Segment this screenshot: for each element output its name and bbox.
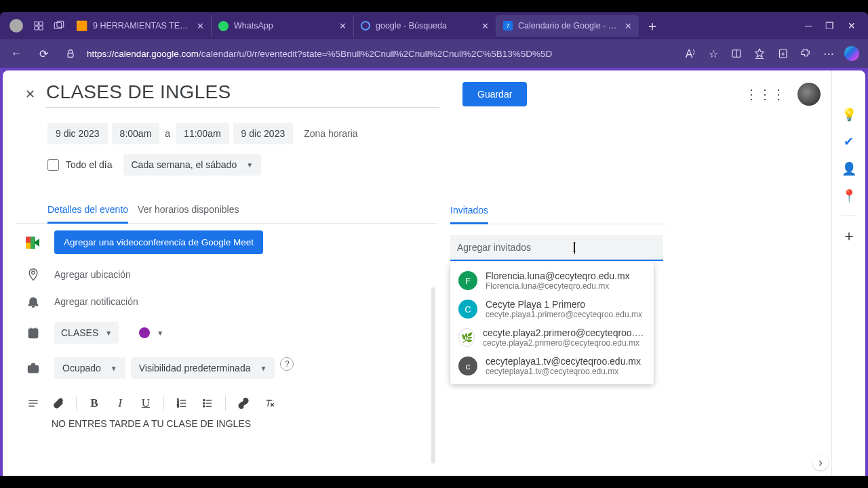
svg-point-32 (203, 405, 205, 407)
tab-favicon (361, 21, 370, 30)
close-editor-button[interactable]: ✕ (16, 87, 43, 102)
more-menu-icon[interactable]: ⋯ (818, 43, 840, 64)
collections-icon[interactable] (772, 43, 793, 64)
browser-tab[interactable]: 🟧 9 HERRAMIENTAS TECNOLÓGIC ✕ (69, 15, 212, 37)
suggestion-name: Cecyte Playa 1 Primero (486, 299, 642, 310)
tab-event-details[interactable]: Detalles del evento (47, 204, 128, 224)
svg-point-31 (203, 403, 205, 404)
underline-button[interactable]: U (138, 395, 154, 411)
minimize-button[interactable]: ─ (805, 20, 812, 31)
svg-rect-2 (35, 26, 38, 30)
chevron-down-icon: ▼ (260, 365, 267, 372)
tab-label: Calendario de Google - Detalles (518, 21, 619, 30)
location-input[interactable]: Agregar ubicación (54, 269, 131, 280)
tab-find-time[interactable]: Ver horarios disponibles (138, 204, 239, 223)
description-text[interactable]: NO ENTRES TARDE A TU CLASE DE INGLES (52, 418, 437, 476)
browser-window: 🟧 9 HERRAMIENTAS TECNOLÓGIC ✕ WhatsApp ✕… (0, 12, 868, 476)
date-time-row: 9 dic 2023 8:00am a 11:00am 9 dic 2023 Z… (47, 123, 831, 144)
tab-actions-icon[interactable] (53, 20, 65, 32)
attach-icon[interactable] (50, 395, 66, 411)
numbered-list-button[interactable]: 123 (174, 395, 190, 411)
back-button[interactable]: ← (5, 43, 27, 64)
event-title-input[interactable] (46, 80, 439, 108)
suggestion-item[interactable]: 🌿 cecyte.playa2.primero@cecyteqroo.ed...… (450, 323, 654, 352)
apps-grid-icon[interactable]: ⋮⋮⋮ (745, 86, 785, 102)
italic-button[interactable]: I (112, 395, 128, 411)
address-bar: ← ⟳ https://calendar.google.com/calendar… (0, 39, 868, 68)
svg-rect-13 (28, 329, 37, 338)
add-guests-input[interactable] (450, 235, 663, 261)
expand-side-panel-button[interactable]: › (812, 454, 829, 470)
keep-icon[interactable]: 💡 (842, 107, 856, 122)
workspaces-icon[interactable] (33, 20, 45, 32)
avatar-icon: C (458, 300, 477, 319)
extensions-icon[interactable] (795, 43, 816, 64)
site-lock-icon[interactable] (60, 43, 81, 64)
close-icon[interactable]: ✕ (197, 21, 204, 31)
close-icon[interactable]: ✕ (625, 21, 632, 31)
tab-label: google - Búsqueda (376, 21, 476, 30)
help-icon[interactable]: ? (280, 357, 294, 371)
color-dot (139, 327, 150, 338)
browser-tab-active[interactable]: 7 Calendario de Google - Detalles ✕ (496, 15, 639, 37)
suggestion-item[interactable]: F Florencia.luna@cecyteqro.edu.mxFlorenc… (450, 266, 654, 295)
split-icon[interactable] (726, 43, 747, 64)
recurrence-select[interactable]: Cada semana, el sábado ▼ (123, 154, 262, 176)
svg-text:3: 3 (177, 405, 179, 408)
availability-select[interactable]: Ocupado▼ (54, 357, 125, 379)
close-icon[interactable]: ✕ (339, 21, 347, 31)
tasks-icon[interactable]: ✔︎ (842, 134, 856, 149)
color-select[interactable]: ▼ (132, 322, 170, 344)
start-date[interactable]: 9 dic 2023 (47, 123, 108, 144)
user-avatar[interactable] (797, 83, 821, 106)
maximize-button[interactable]: ❐ (825, 20, 834, 31)
profile-avatar-icon[interactable] (9, 19, 23, 33)
link-button[interactable] (235, 395, 252, 411)
read-aloud-icon[interactable]: A⁾ (679, 43, 701, 64)
svg-rect-5 (57, 21, 64, 27)
all-day-checkbox[interactable] (47, 159, 59, 171)
add-addon-button[interactable]: ＋ (842, 228, 856, 243)
copilot-icon[interactable] (841, 43, 863, 64)
close-icon[interactable]: ✕ (481, 21, 489, 31)
contacts-icon[interactable]: 👤 (842, 161, 856, 176)
calendar-select[interactable]: CLASES▼ (54, 322, 119, 344)
timezone-link[interactable]: Zona horaria (304, 128, 357, 139)
notification-icon (26, 295, 41, 308)
add-meet-button[interactable]: Agregar una videoconferencia de Google M… (54, 230, 263, 254)
end-time[interactable]: 11:00am (176, 123, 229, 144)
url-text[interactable]: https://calendar.google.com/calendar/u/0… (87, 49, 674, 59)
suggestion-item[interactable]: c cecyteplaya1.tv@cecyteqroo.edu.mxcecyt… (450, 352, 654, 380)
clear-format-button[interactable] (261, 395, 277, 411)
tab-label: WhatsApp (234, 21, 334, 30)
suggestion-email: Florencia.luna@cecyteqro.edu.mx (486, 281, 630, 291)
scrollbar[interactable] (431, 287, 435, 464)
browser-tab[interactable]: google - Búsqueda ✕ (354, 15, 496, 37)
notification-add[interactable]: Agregar notificación (54, 296, 138, 307)
refresh-button[interactable]: ⟳ (33, 43, 54, 64)
start-time[interactable]: 8:00am (112, 123, 160, 144)
tab-strip: 🟧 9 HERRAMIENTAS TECNOLÓGIC ✕ WhatsApp ✕… (0, 12, 868, 39)
favorites-bar-icon[interactable] (749, 43, 770, 64)
suggestion-email: cecyte.playa2.primero@cecyteqroo.edu.mx (483, 338, 646, 348)
end-date[interactable]: 9 dic 2023 (233, 123, 294, 144)
new-tab-button[interactable]: ＋ (646, 17, 659, 35)
favorite-icon[interactable]: ☆ (703, 43, 724, 64)
suggestion-item[interactable]: C Cecyte Playa 1 Primerocecyte.playa1.pr… (450, 295, 654, 323)
visibility-select[interactable]: Visibilidad predeterminada▼ (131, 357, 275, 379)
svg-point-30 (203, 399, 205, 401)
chevron-down-icon: ▼ (105, 329, 112, 337)
maps-icon[interactable]: 📍 (842, 188, 856, 203)
location-icon (26, 268, 41, 281)
avatar-icon: F (458, 271, 477, 290)
time-separator: a (163, 128, 172, 139)
tab-favicon: 🟧 (76, 20, 87, 31)
close-window-button[interactable]: ✕ (848, 20, 856, 31)
browser-tab[interactable]: WhatsApp ✕ (212, 15, 354, 37)
bullet-list-button[interactable] (199, 395, 216, 411)
bold-button[interactable]: B (86, 395, 102, 411)
avatar-icon: c (458, 357, 477, 375)
chevron-down-icon: ▼ (157, 329, 163, 337)
save-button[interactable]: Guardar (462, 82, 527, 106)
suggestion-name: cecyteplaya1.tv@cecyteqroo.edu.mx (486, 356, 641, 367)
